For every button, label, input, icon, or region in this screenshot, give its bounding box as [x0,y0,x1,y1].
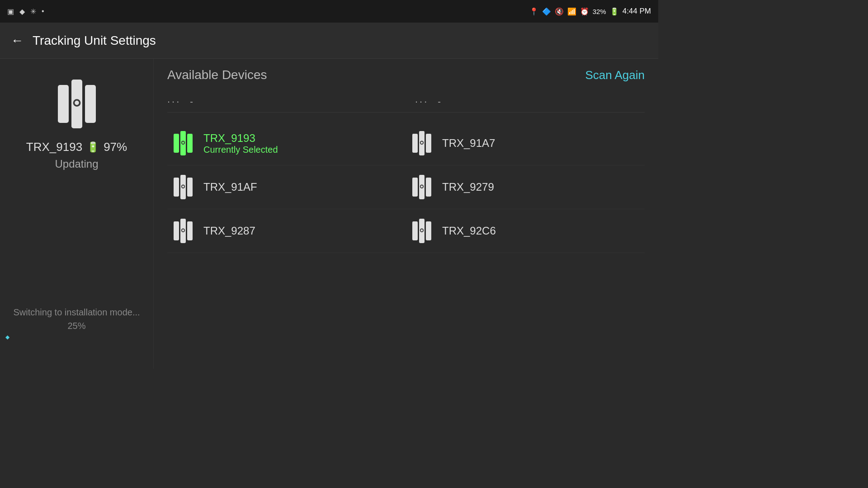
dot-icon: • [42,7,44,15]
switching-text: Switching to installation mode... [13,307,140,317]
current-battery-percent: 97% [104,140,127,154]
svg-rect-24 [426,178,431,197]
svg-rect-0 [58,85,69,123]
svg-rect-10 [412,134,418,153]
svg-point-28 [182,229,184,231]
svg-point-13 [421,141,423,144]
device-name-trx9279: TRX_9279 [442,181,494,193]
notification-icon: ◆ [19,7,25,16]
device-updating-status: Updating [55,158,98,170]
svg-rect-5 [174,134,179,153]
svg-rect-20 [412,178,418,197]
device-name-trx92c6: TRX_92C6 [442,225,496,237]
device-info-trx91a7: TRX_91A7 [442,137,495,150]
bluetooth-icon: 🔷 [542,7,551,16]
svg-rect-4 [85,85,96,123]
available-devices-title: Available Devices [167,68,267,82]
svg-point-18 [182,185,184,188]
svg-point-33 [421,229,423,231]
device-icon-trx91a7 [410,130,433,157]
available-header: Available Devices Scan Again [167,68,645,82]
scanning-dots-right: ··· [415,96,429,108]
device-name-trx91a7: TRX_91A7 [442,137,495,150]
device-icon-trx9193 [172,130,194,157]
device-item-trx92c6[interactable]: TRX_92C6 [406,209,645,253]
back-button[interactable]: ← [11,33,24,48]
scanning-item-left: ··· - [167,96,397,108]
svg-point-8 [182,141,184,144]
scanning-row: ··· - ··· - [167,91,645,113]
scanning-item-right: ··· - [415,96,645,108]
svg-rect-34 [426,221,431,240]
diamond-indicator: ◆ [5,334,9,340]
svg-rect-14 [426,134,431,153]
status-bar-left: ▣ ◆ ✳ • [7,7,44,16]
device-item-trx9279[interactable]: TRX_9279 [406,165,645,209]
alarm-icon: ⏰ [580,7,589,16]
device-name-trx9193: TRX_9193 [203,132,278,145]
device-icon-trx92c6 [410,217,433,244]
device-item-trx9287[interactable]: TRX_9287 [167,209,406,253]
device-icon-trx9287 [172,217,194,244]
devices-grid: TRX_9193Currently Selected TRX_91A7 TRX_… [167,122,645,253]
battery-icon: 🔋 [87,141,99,153]
device-name-trx9287: TRX_9287 [203,225,255,237]
device-info-trx92c6: TRX_92C6 [442,225,496,237]
svg-rect-19 [187,178,193,197]
device-info-trx9279: TRX_9279 [442,181,494,193]
svg-rect-29 [187,221,193,240]
device-icon-trx91af [172,174,194,201]
svg-rect-15 [174,178,179,197]
current-device-icon [54,77,99,131]
switching-status: Switching to installation mode... 25% [4,305,149,351]
device-info-trx91af: TRX_91AF [203,181,257,193]
device-item-trx91a7[interactable]: TRX_91A7 [406,122,645,165]
mute-icon: 🔇 [555,7,564,16]
device-info-trx9193: TRX_9193Currently Selected [203,132,278,155]
gallery-icon: ▣ [7,7,14,16]
status-bar-right: 📍 🔷 🔇 📶 ⏰ 32% 🔋 4:44 PM [529,7,651,16]
device-name-battery: TRX_9193 🔋 97% [26,140,127,154]
status-time: 4:44 PM [623,7,651,16]
page-title: Tracking Unit Settings [33,33,156,48]
status-bar: ▣ ◆ ✳ • 📍 🔷 🔇 📶 ⏰ 32% 🔋 4:44 PM [0,0,658,23]
scan-again-button[interactable]: Scan Again [585,68,645,82]
main-content: TRX_9193 🔋 97% Updating ◆ Switching to i… [0,59,658,369]
current-device-name: TRX_9193 [26,140,82,154]
device-info-trx9287: TRX_9287 [203,225,255,237]
svg-point-23 [421,185,423,188]
battery-charging-icon: 🔋 [610,7,619,16]
top-bar: ← Tracking Unit Settings [0,23,658,59]
svg-point-3 [75,101,79,105]
wifi-icon: 📶 [567,7,576,16]
device-selected-label-trx9193: Currently Selected [203,145,278,155]
battery-percent: 32% [593,8,606,15]
scanning-dots-left: ··· [167,96,181,108]
scanning-dash-right: - [438,97,441,107]
settings-icon: ✳ [30,7,36,16]
device-name-trx91af: TRX_91AF [203,181,257,193]
device-item-trx9193[interactable]: TRX_9193Currently Selected [167,122,406,165]
right-panel: Available Devices Scan Again ··· - ··· -… [154,59,658,369]
device-icon-trx9279 [410,174,433,201]
left-panel: TRX_9193 🔋 97% Updating ◆ Switching to i… [0,59,154,369]
back-arrow-icon: ← [11,33,24,48]
switching-percent: 25% [67,321,85,331]
device-item-trx91af[interactable]: TRX_91AF [167,165,406,209]
svg-rect-30 [412,221,418,240]
location-icon: 📍 [529,7,538,16]
svg-rect-25 [174,221,179,240]
scanning-dash-left: - [190,97,193,107]
svg-rect-9 [187,134,193,153]
